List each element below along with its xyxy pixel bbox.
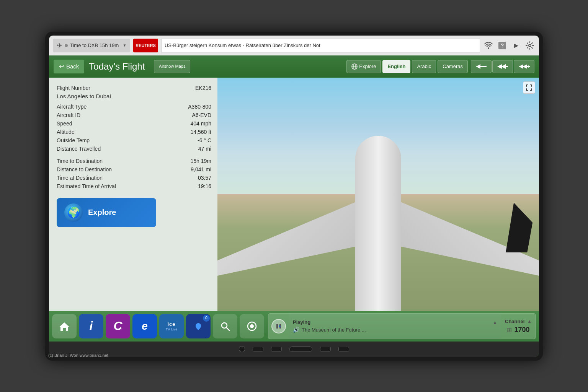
- status-dot: [65, 44, 68, 47]
- outside-temp-value: -6 ° C: [198, 137, 211, 143]
- time-to-dest-label: Time to Destination: [57, 158, 103, 164]
- aircraft-type-row: Aircraft Type A380-800: [57, 102, 211, 111]
- camera-up-button[interactable]: [492, 60, 513, 73]
- distance-travelled-value: 47 mi: [198, 146, 211, 152]
- svg-line-7: [226, 327, 229, 330]
- globe-icon: 🌍: [64, 203, 83, 222]
- aircraft-id-label: Aircraft ID: [57, 112, 80, 118]
- speed-label: Speed: [57, 120, 72, 127]
- altitude-value: 14,560 ft: [191, 129, 212, 135]
- playing-expand-icon[interactable]: ▲: [493, 320, 497, 325]
- aircraft-id-row: Aircraft ID A6-EVD: [57, 111, 211, 119]
- hardware-buttons: [49, 342, 539, 357]
- altitude-row: Altitude 14,560 ft: [57, 128, 211, 136]
- time-to-dxb: Time to DXB 15h 19m: [70, 42, 119, 48]
- wifi-icon[interactable]: [483, 40, 494, 51]
- now-playing-widget: Playing ▲ 🔊 The Museum of the Future ...…: [268, 313, 536, 339]
- eta-value: 19:16: [198, 183, 211, 189]
- camera-view-buttons: [471, 60, 534, 73]
- screen-frame: ✈ Time to DXB 15h 19m ▼ REUTERS US-Bürge…: [45, 32, 543, 361]
- track-name: The Museum of the Future ...: [302, 327, 366, 333]
- explore-nav-button[interactable]: Explore: [346, 60, 381, 73]
- speed-row: Speed 404 mph: [57, 119, 211, 128]
- plane-icon: ✈: [57, 41, 62, 50]
- dropdown-arrow-icon: ▼: [122, 43, 126, 47]
- explore-button[interactable]: 🌍 Explore: [57, 198, 156, 227]
- playing-header: Playing ▲: [293, 319, 497, 325]
- favorites-button[interactable]: 0: [186, 314, 211, 338]
- tvlive-sub: TV Live: [166, 327, 178, 331]
- record-button[interactable]: [240, 314, 264, 338]
- channel-header: Channel ▲: [505, 319, 532, 324]
- hw-btn-rect-sm-4[interactable]: [338, 347, 349, 351]
- hw-btn-round[interactable]: [239, 346, 245, 352]
- eta-label: Estimated Time of Arrival: [57, 183, 116, 189]
- page-title: Today's Flight: [89, 61, 145, 72]
- nav-bar: ↩ Back Today's Flight Airshow Maps Explo…: [49, 55, 539, 78]
- channel-expand-icon[interactable]: ▲: [527, 319, 532, 324]
- etv-button[interactable]: e: [132, 314, 157, 338]
- tvlive-label: ice: [167, 321, 175, 327]
- tv-live-button[interactable]: ice TV Live: [159, 314, 184, 338]
- aircraft-type-value: A380-800: [188, 104, 211, 110]
- aircraft-type-label: Aircraft Type: [57, 104, 87, 110]
- grid-icon: ⊞: [507, 326, 512, 333]
- hw-btn-rect-sm-2[interactable]: [271, 347, 282, 351]
- arabic-button[interactable]: Arabic: [412, 60, 436, 73]
- altitude-label: Altitude: [57, 129, 75, 135]
- ife-screen: ✈ Time to DXB 15h 19m ▼ REUTERS US-Bürge…: [49, 36, 539, 357]
- hw-btn-rect-sm-3[interactable]: [320, 347, 331, 351]
- camera-forward-button[interactable]: [471, 60, 492, 73]
- reuters-badge: REUTERS: [133, 39, 158, 52]
- cinema-button[interactable]: C: [106, 314, 130, 338]
- settings-icon[interactable]: [524, 40, 535, 51]
- flight-status-widget[interactable]: ✈ Time to DXB 15h 19m ▼: [53, 39, 130, 52]
- distance-to-dest-row: Distance to Destination 9,041 mi: [57, 165, 211, 174]
- flight-number-label: Flight Number: [57, 85, 90, 91]
- svg-rect-10: [276, 324, 278, 329]
- hw-btn-rect-sm-1[interactable]: [253, 347, 263, 351]
- aircraft-id-value: A6-EVD: [192, 112, 211, 118]
- now-playing-info: Playing ▲ 🔊 The Museum of the Future ...: [289, 314, 501, 339]
- airshow-maps-button[interactable]: Airshow Maps: [154, 60, 190, 73]
- playback-controls: [268, 314, 289, 339]
- nav-btn-group: Explore English Arabic Cameras: [346, 60, 468, 73]
- playing-label: Playing: [293, 319, 310, 325]
- search-button[interactable]: [213, 314, 237, 338]
- help-icon[interactable]: ?: [497, 40, 508, 51]
- distance-travelled-label: Distance Travelled: [57, 146, 101, 152]
- copyright-text: (c) Brian J. Won www.brian1.net: [48, 353, 108, 358]
- channel-label: Channel: [505, 319, 524, 324]
- svg-point-9: [250, 324, 254, 328]
- flight-number-value: EK216: [195, 85, 211, 91]
- english-button[interactable]: English: [382, 60, 410, 73]
- sound-icon: 🔊: [293, 327, 299, 333]
- channel-section: Channel ▲ ⊞ 1700: [501, 314, 536, 339]
- play-pause-button[interactable]: [271, 319, 286, 333]
- channel-content: ⊞ 1700: [507, 326, 529, 334]
- time-to-dest-row: Time to Destination 15h 19m: [57, 157, 211, 165]
- top-bar-controls: ? ▶: [483, 40, 535, 51]
- camera-tail-button[interactable]: [514, 60, 534, 73]
- back-arrow-icon: ↩: [59, 63, 64, 70]
- expand-icon[interactable]: ▶: [511, 40, 521, 51]
- channel-number: 1700: [514, 326, 529, 334]
- fullscreen-button[interactable]: [523, 81, 535, 94]
- hw-btn-home[interactable]: [289, 346, 312, 352]
- news-ticker: US-Bürger steigern Konsum etwas - Rätsel…: [161, 39, 480, 52]
- favorites-badge: 0: [203, 315, 210, 322]
- back-button[interactable]: ↩ Back: [54, 60, 84, 73]
- flight-route: Los Angeles to Dubai: [57, 92, 211, 102]
- outside-temp-label: Outside Temp: [57, 137, 90, 143]
- time-to-dest-value: 15h 19m: [191, 158, 211, 164]
- home-button[interactable]: [52, 314, 77, 338]
- distance-to-dest-label: Distance to Destination: [57, 166, 112, 172]
- distance-travelled-row: Distance Travelled 47 mi: [57, 145, 211, 153]
- cameras-button[interactable]: Cameras: [438, 60, 468, 73]
- info-button[interactable]: i: [79, 314, 103, 338]
- outside-temp-row: Outside Temp -6 ° C: [57, 136, 211, 145]
- taskbar: i C e ice TV Live 0: [49, 311, 539, 342]
- playing-track: 🔊 The Museum of the Future ...: [293, 327, 497, 333]
- flight-number-row: Flight Number EK216: [57, 84, 211, 92]
- svg-text:?: ?: [501, 42, 504, 49]
